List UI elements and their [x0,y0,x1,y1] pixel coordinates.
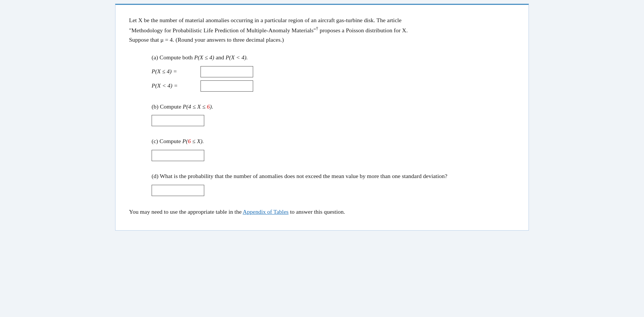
part-a-row1: P(X ≤ 4) = [152,66,515,77]
intro-line2-pre: "Methodology for Probabilistic Life Pred… [129,27,316,33]
part-a-label: (a) Compute both P(X ≤ 4) and P(X < 4). [152,53,515,62]
part-b: (b) Compute P(4 ≤ X ≤ 6). [152,102,515,127]
intro-line2-post: proposes a Poisson distribution for X. [318,27,408,33]
footer-text-post: to answer this question. [290,208,345,215]
part-a-row2-label: P(X < 4) = [152,81,200,91]
intro-line1: Let X be the number of material anomalie… [129,17,401,23]
part-d-input[interactable] [152,185,204,196]
part-c: (c) Compute P(6 ≤ X). [152,137,515,161]
part-a-row1-label: P(X ≤ 4) = [152,67,200,76]
part-a-row2: P(X < 4) = [152,80,515,92]
part-a-prob2-label: P [226,54,229,60]
part-c-prob-rest: ≤ X). [191,138,204,144]
part-a-prob1-expr: (X ≤ 4) [198,54,214,60]
part-b-prob-expr: (4 ≤ X ≤ [186,103,207,110]
part-b-input[interactable] [152,115,204,126]
appendix-link[interactable]: Appendix of Tables [243,208,289,215]
part-c-input[interactable] [152,150,204,161]
part-a-and: and [216,54,224,60]
part-b-prob-label: P [183,103,186,110]
part-a-input2[interactable] [200,80,253,92]
intro-line3: Suppose that μ = 4. (Round your answers … [129,36,284,43]
footer: You may need to use the appropriate tabl… [129,207,515,217]
part-a: (a) Compute both P(X ≤ 4) and P(X < 4). … [152,53,515,92]
part-c-prob-label: P [182,138,186,144]
part-b-label: (b) Compute P(4 ≤ X ≤ 6). [152,102,515,112]
intro-paragraph: Let X be the number of material anomalie… [129,15,515,45]
part-d-label: (d) What is the probability that the num… [152,172,515,181]
part-b-prob-close: ). [210,103,213,110]
part-a-prob1-label: P [194,54,197,60]
part-b-prob-6: 6 [207,103,210,110]
main-card: Let X be the number of material anomalie… [115,4,529,231]
part-a-input1[interactable] [200,66,253,77]
part-a-prob2-expr: (X < 4). [229,54,248,60]
part-d: (d) What is the probability that the num… [152,172,515,196]
part-c-label: (c) Compute P(6 ≤ X). [152,137,515,146]
footer-text-pre: You may need to use the appropriate tabl… [129,208,242,215]
